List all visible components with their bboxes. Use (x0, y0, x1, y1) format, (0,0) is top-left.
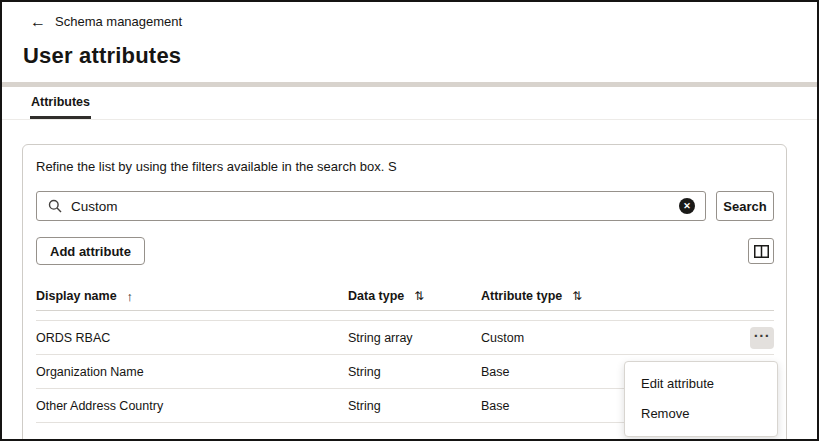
cell-data-type: String (348, 399, 481, 413)
menu-item-remove[interactable]: Remove (625, 398, 777, 428)
search-icon (48, 199, 62, 213)
back-link-label: Schema management (55, 14, 182, 29)
cell-data-type: String (348, 365, 481, 379)
sort-ascending-icon: ↑ (127, 289, 134, 304)
columns-icon (754, 245, 769, 258)
menu-item-edit-attribute[interactable]: Edit attribute (625, 368, 777, 398)
sort-unsorted-icon: ⇅ (414, 289, 424, 303)
column-label: Display name (36, 289, 117, 303)
column-header-display-name[interactable]: Display name ↑ (36, 289, 348, 304)
column-header-data-type[interactable]: Data type ⇅ (348, 289, 481, 303)
cell-attribute-type: Base (481, 399, 641, 413)
search-input[interactable] (36, 191, 706, 221)
table-row[interactable]: ORDS RBAC String array Custom ··· (36, 321, 774, 355)
table-toolbar: Add attribute (36, 237, 774, 265)
tab-attributes-label: Attributes (31, 95, 90, 109)
column-header-attribute-type[interactable]: Attribute type ⇅ (481, 289, 641, 303)
page-title: User attributes (23, 43, 797, 69)
add-attribute-button[interactable]: Add attribute (36, 237, 145, 265)
schema-management-window: ← Schema management User attributes Attr… (0, 0, 819, 441)
tab-attributes[interactable]: Attributes (30, 87, 91, 119)
cell-display-name: Other Address Country (36, 399, 348, 413)
tab-bar: Attributes (2, 87, 817, 120)
table-header-row: Display name ↑ Data type ⇅ Attribute typ… (36, 282, 774, 311)
sort-unsorted-icon: ⇅ (572, 289, 582, 303)
search-box: ✕ (36, 191, 706, 221)
filter-description: Refine the list by using the filters ava… (36, 159, 774, 174)
cell-attribute-type: Custom (481, 331, 641, 345)
column-label: Attribute type (481, 289, 562, 303)
page-header: ← Schema management User attributes (2, 2, 817, 82)
partial-row (36, 311, 774, 321)
search-row: ✕ Search (36, 191, 774, 221)
column-label: Data type (348, 289, 404, 303)
clear-search-icon[interactable]: ✕ (679, 198, 695, 214)
back-link[interactable]: ← Schema management (30, 14, 182, 29)
row-actions-menu-button[interactable]: ··· (750, 327, 774, 349)
row-actions-context-menu: Edit attribute Remove (624, 361, 778, 437)
manage-columns-button[interactable] (748, 238, 774, 264)
cell-display-name: Organization Name (36, 365, 348, 379)
cell-display-name: ORDS RBAC (36, 331, 348, 345)
cell-data-type: String array (348, 331, 481, 345)
cell-actions: ··· (641, 327, 774, 349)
search-button[interactable]: Search (716, 191, 774, 221)
cell-attribute-type: Base (481, 365, 641, 379)
back-arrow-icon: ← (30, 15, 46, 29)
